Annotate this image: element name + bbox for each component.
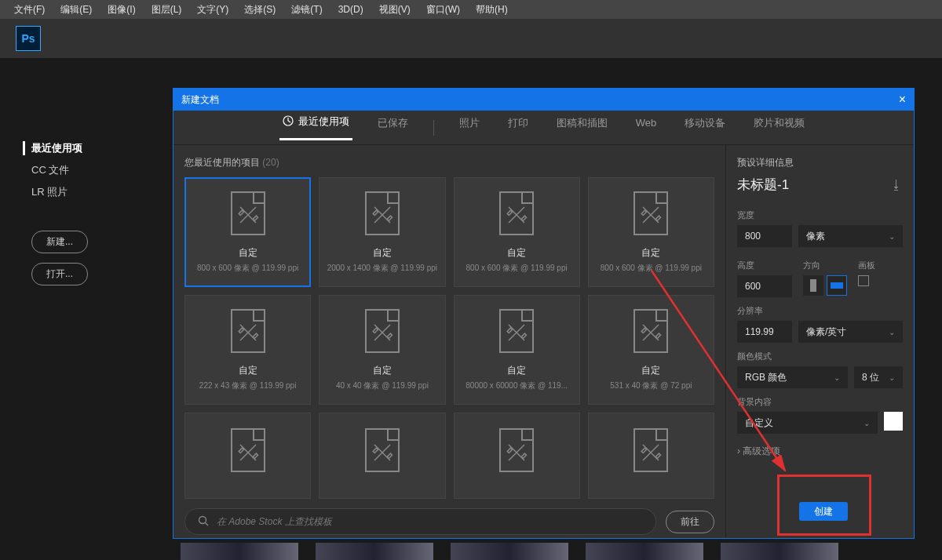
preset-item[interactable]: 自定2000 x 1400 像素 @ 119.99 ppi [319,177,445,287]
tab-saved[interactable]: 已保存 [374,116,411,140]
color-mode-label: RGB 颜色 [745,371,787,384]
preset-item[interactable]: 自定800 x 600 像素 @ 119.99 ppi [588,177,714,287]
preset-meta: 531 x 40 像素 @ 72 ppi [610,380,692,391]
svg-rect-6 [521,216,526,220]
svg-rect-19 [373,448,378,453]
tab-separator [433,120,434,136]
chevron-right-icon: › [737,445,740,456]
width-input[interactable] [737,225,792,247]
document-icon [231,191,265,235]
preset-name: 自定 [239,364,257,377]
doc-name[interactable]: 未标题-1 [737,176,789,194]
save-preset-icon[interactable]: ⭳ [890,178,903,192]
menu-filter[interactable]: 滤镜(T) [285,3,328,16]
artboard-label: 画板 [858,260,875,271]
tab-mobile[interactable]: 移动设备 [681,116,728,140]
preset-name: 自定 [507,364,526,377]
menu-type[interactable]: 文字(Y) [191,3,235,16]
document-icon [499,191,534,235]
preset-item[interactable] [184,413,311,499]
dialog-title: 新建文档 [181,93,219,107]
svg-rect-4 [387,216,392,220]
preset-item[interactable]: 自定222 x 43 像素 @ 119.99 ppi [184,295,311,405]
advanced-label: 高级选项 [743,445,780,456]
preset-item[interactable] [319,413,445,499]
tab-label: 最近使用项 [298,115,349,129]
preset-item[interactable]: 自定80000 x 60000 像素 @ 119... [454,295,580,405]
document-icon [499,309,534,353]
svg-point-25 [199,516,206,523]
svg-rect-11 [373,328,378,333]
preset-meta: 800 x 600 像素 @ 119.99 ppi [466,263,568,274]
preset-name: 自定 [239,246,257,260]
sidebar-item-recent[interactable]: 最近使用项 [23,141,88,155]
document-icon [365,191,400,235]
menubar: 文件(F) 编辑(E) 图像(I) 图层(L) 文字(Y) 选择(S) 滤镜(T… [0,0,942,19]
chevron-down-icon: ⌄ [889,373,895,382]
tab-film[interactable]: 胶片和视频 [750,116,808,140]
tab-print[interactable]: 打印 [505,116,531,140]
svg-rect-2 [253,216,257,220]
document-icon [231,309,265,353]
clock-icon [283,115,294,129]
bg-swatch[interactable] [884,412,903,431]
preset-name: 自定 [641,364,660,377]
tab-web[interactable]: Web [633,117,660,138]
menu-help[interactable]: 帮助(H) [469,3,514,16]
menu-edit[interactable]: 编辑(E) [54,3,98,16]
preset-item[interactable]: 自定800 x 600 像素 @ 119.99 ppi [454,177,580,287]
preset-item[interactable]: 自定40 x 40 像素 @ 119.99 ppi [319,295,445,405]
chevron-down-icon: ⌄ [889,232,895,241]
new-button[interactable]: 新建... [31,231,88,253]
tab-art[interactable]: 图稿和插图 [553,116,611,140]
menu-layer[interactable]: 图层(L) [145,3,188,16]
preset-item[interactable]: 自定800 x 600 像素 @ 119.99 ppi [184,177,311,287]
chevron-down-icon: ⌄ [889,328,895,336]
menu-image[interactable]: 图像(I) [101,3,141,16]
stock-search[interactable]: 在 Adobe Stock 上查找模板 [184,508,656,535]
orient-portrait[interactable] [803,275,823,296]
advanced-toggle[interactable]: › 高级选项 [737,445,903,458]
preset-meta: 80000 x 60000 像素 @ 119... [466,380,568,391]
bg-value-label: 自定义 [745,416,773,430]
create-button[interactable]: 创建 [799,502,848,521]
menu-window[interactable]: 窗口(W) [420,3,466,16]
preset-item[interactable]: 自定531 x 40 像素 @ 72 ppi [588,295,714,405]
preset-item[interactable] [588,413,714,499]
sidebar-item-lr[interactable]: LR 照片 [31,185,88,199]
bg-select[interactable]: 自定义⌄ [737,412,878,434]
svg-rect-3 [373,210,378,215]
open-button[interactable]: 打开... [31,263,88,285]
close-icon[interactable]: × [899,93,906,107]
res-unit-select[interactable]: 像素/英寸⌄ [798,321,903,343]
sidebar-item-cc[interactable]: CC 文件 [31,163,88,177]
svg-rect-18 [253,453,257,458]
width-unit-select[interactable]: 像素⌄ [798,225,903,247]
document-icon [365,428,400,472]
svg-rect-23 [642,448,647,453]
tab-photo[interactable]: 照片 [456,116,483,140]
menu-select[interactable]: 选择(S) [238,3,282,16]
preset-item[interactable] [454,413,580,499]
orient-landscape[interactable] [827,275,847,296]
panel-header: 预设详细信息 [737,156,903,169]
height-input[interactable] [737,275,792,297]
res-input[interactable] [737,321,792,343]
go-button[interactable]: 前往 [666,511,714,533]
color-depth-select[interactable]: 8 位⌄ [854,366,903,388]
menu-file[interactable]: 文件(F) [8,3,51,16]
color-label: 颜色模式 [737,351,903,362]
menu-3d[interactable]: 3D(D) [332,4,370,15]
svg-rect-13 [507,328,512,333]
preset-name: 自定 [507,246,526,260]
menu-view[interactable]: 视图(V) [373,3,417,16]
document-icon [499,428,534,472]
new-document-dialog: 新建文档 × 最近使用项 已保存 照片 打印 图稿和插图 Web 移动设备 胶片… [173,88,915,539]
svg-rect-28 [831,282,843,289]
width-label: 宽度 [737,209,903,221]
preset-name: 自定 [373,246,392,260]
document-icon [231,428,265,472]
tab-recent[interactable]: 最近使用项 [279,115,352,140]
color-mode-select[interactable]: RGB 颜色⌄ [737,366,848,388]
artboard-checkbox[interactable] [858,275,869,286]
